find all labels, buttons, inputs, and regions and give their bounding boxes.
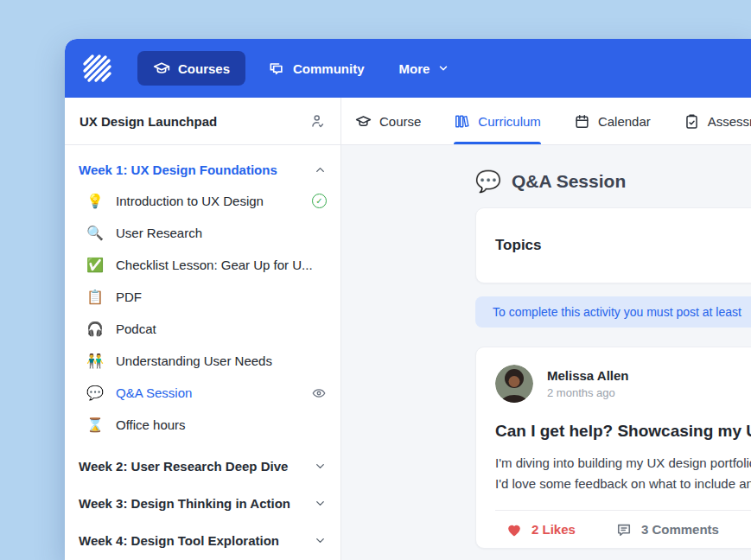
main-panel: Course Curriculum Calendar <box>341 98 751 560</box>
post-body-line: I'm diving into building my UX design po… <box>495 453 751 474</box>
user-check-icon[interactable] <box>309 113 326 130</box>
avatar <box>495 365 533 403</box>
eye-icon <box>311 385 327 401</box>
hourglass-icon: ⌛ <box>86 417 105 433</box>
lesson-item-introduction[interactable]: 💡 Introduction to UX Design ✓ <box>79 185 327 217</box>
post-body: I'm diving into building my UX design po… <box>495 453 751 494</box>
comment-bubble-icon <box>615 521 633 538</box>
tab-assessments-label: Assessments <box>708 114 751 129</box>
lesson-item-qa-session[interactable]: 💬 Q&A Session <box>79 377 327 409</box>
heart-icon <box>506 521 523 538</box>
check-box-icon: ✅ <box>86 257 105 273</box>
clipboard-icon: 📋 <box>86 289 105 305</box>
lesson-label: Understanding User Needs <box>116 353 327 368</box>
top-navigation-bar: Courses Community More <box>65 39 751 98</box>
headphones-icon: 🎧 <box>86 321 105 337</box>
people-icon: 👬 <box>86 353 105 369</box>
app-window: Courses Community More UX Design Launchp… <box>65 39 751 560</box>
lesson-label: Podcat <box>116 321 327 336</box>
curriculum-sidebar: UX Design Launchpad Week 1: UX Design Fo… <box>65 98 341 560</box>
lesson-label: Office hours <box>116 417 327 432</box>
lightbulb-icon: 💡 <box>86 193 105 209</box>
week4-label: Week 4: Design Tool Exploration <box>79 533 279 548</box>
books-icon <box>454 113 470 130</box>
lesson-heading: 💬 Q&A Session <box>475 169 751 194</box>
lesson-item-pdf[interactable]: 📋 PDF <box>79 281 327 313</box>
lesson-item-office-hours[interactable]: ⌛ Office hours <box>79 409 327 441</box>
sidebar-section-week3[interactable]: Week 3: Design Thinking in Action <box>79 485 327 522</box>
chat-bubbles-icon <box>268 60 285 77</box>
banner-text: To complete this activity you must post … <box>493 305 741 319</box>
author-name: Melissa Allen <box>547 368 628 383</box>
comments-button[interactable]: 3 Comments <box>615 521 719 538</box>
tab-assessments[interactable]: Assessments <box>684 98 751 144</box>
chevron-down-icon <box>437 62 449 74</box>
nav-courses-button[interactable]: Courses <box>137 51 245 86</box>
lesson-label: PDF <box>116 290 327 304</box>
course-tabbar: Course Curriculum Calendar <box>341 98 751 145</box>
week1-label: Week 1: UX Design Foundations <box>79 162 277 177</box>
likes-button[interactable]: 2 Likes <box>506 521 576 538</box>
tab-curriculum[interactable]: Curriculum <box>454 98 541 144</box>
lesson-label: Q&A Session <box>116 385 311 400</box>
calendar-icon <box>574 113 590 130</box>
graduation-cap-icon <box>153 60 170 77</box>
post-footer: 2 Likes 3 Comments <box>495 510 751 548</box>
completed-check-icon: ✓ <box>312 194 327 208</box>
nav-more-button[interactable]: More <box>387 53 462 85</box>
tab-course-label: Course <box>379 114 421 129</box>
tab-calendar-label: Calendar <box>598 114 651 129</box>
magnifier-icon: 🔍 <box>86 225 105 241</box>
lesson-item-checklist[interactable]: ✅ Checklist Lesson: Gear Up for U... <box>79 249 327 281</box>
post-title[interactable]: Can I get help? Showcasing my UX portfol… <box>495 422 751 441</box>
week3-label: Week 3: Design Thinking in Action <box>79 496 290 511</box>
brand-logo-icon[interactable] <box>80 51 115 86</box>
speech-balloon-icon: 💬 <box>475 169 501 194</box>
tab-course[interactable]: Course <box>355 98 421 144</box>
clipboard-check-icon <box>684 113 700 130</box>
lesson-title: Q&A Session <box>512 171 626 192</box>
likes-count-label: 2 Likes <box>531 522 576 537</box>
graduation-cap-icon <box>355 113 372 130</box>
post-body-line: I'd love some feedback on what to includ… <box>495 474 751 494</box>
tab-calendar[interactable]: Calendar <box>574 98 651 144</box>
lesson-item-user-research[interactable]: 🔍 User Research <box>79 217 327 249</box>
sidebar-header: UX Design Launchpad <box>65 98 340 145</box>
speech-balloon-icon: 💬 <box>86 385 105 401</box>
lesson-label: Introduction to UX Design <box>116 194 312 208</box>
sidebar-section-week4[interactable]: Week 4: Design Tool Exploration <box>79 522 327 559</box>
course-title: UX Design Launchpad <box>80 114 217 129</box>
week2-label: Week 2: User Research Deep Dive <box>79 459 288 474</box>
sidebar-section-week2[interactable]: Week 2: User Research Deep Dive <box>79 448 327 485</box>
nav-more-label: More <box>399 61 430 76</box>
nav-community-button[interactable]: Community <box>256 51 377 86</box>
post-author-row: Melissa Allen 2 months ago <box>495 365 751 403</box>
lesson-item-podcast[interactable]: 🎧 Podcat <box>79 313 327 345</box>
post-timestamp: 2 months ago <box>547 386 628 399</box>
lesson-content-area: 💬 Q&A Session Topics To complete this ac… <box>341 145 751 560</box>
chevron-down-icon <box>314 497 327 510</box>
discussion-post-card[interactable]: Melissa Allen 2 months ago Can I get hel… <box>475 347 751 549</box>
curriculum-nav: Week 1: UX Design Foundations 💡 Introduc… <box>65 145 340 559</box>
comments-count-label: 3 Comments <box>641 522 719 537</box>
lesson-item-understanding-user-needs[interactable]: 👬 Understanding User Needs <box>79 345 327 377</box>
chevron-down-icon <box>314 460 327 473</box>
topics-card-title: Topics <box>495 237 542 254</box>
nav-courses-label: Courses <box>178 61 230 76</box>
chevron-down-icon <box>314 534 327 547</box>
tab-curriculum-label: Curriculum <box>478 114 541 129</box>
chevron-up-icon <box>314 163 327 176</box>
sidebar-section-week1[interactable]: Week 1: UX Design Foundations <box>79 154 327 185</box>
nav-community-label: Community <box>293 61 365 76</box>
lesson-label: User Research <box>116 226 327 240</box>
activity-requirement-banner: To complete this activity you must post … <box>475 296 751 328</box>
author-meta: Melissa Allen 2 months ago <box>547 368 628 399</box>
lesson-label: Checklist Lesson: Gear Up for U... <box>116 258 327 272</box>
topics-card[interactable]: Topics <box>475 207 751 283</box>
